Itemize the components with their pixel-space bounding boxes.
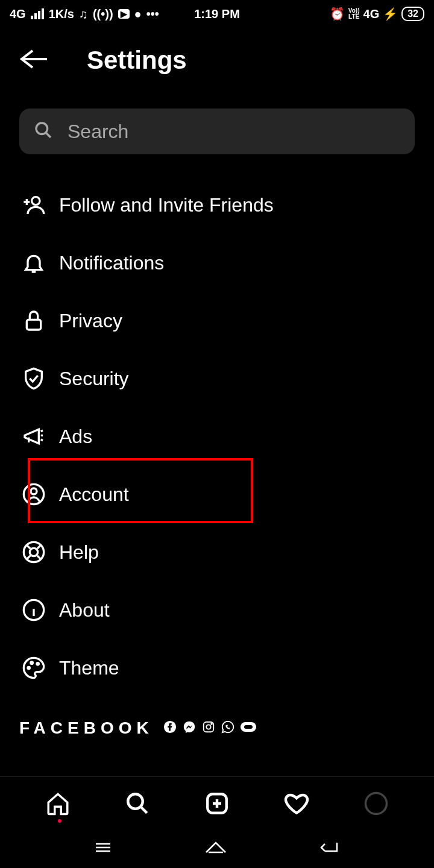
svg-point-6 [30,548,37,556]
palette-icon [19,656,48,680]
menu-label: Privacy [59,310,122,332]
svg-point-1 [32,197,40,205]
menu-item-about[interactable]: About [19,581,415,639]
nav-create[interactable] [203,789,231,818]
menu-label: Notifications [59,252,164,274]
svg-point-5 [24,542,43,562]
menu-item-security[interactable]: Security [19,350,415,407]
status-bar: 4G 1K/s ♫ ((•)) ▶ ● ••• 1:19 PM ⏰ Vo))LT… [0,0,434,28]
sys-home-button[interactable] [204,839,228,858]
shield-icon [19,366,48,391]
nav-search[interactable] [123,789,152,818]
status-time: 1:19 PM [194,7,240,21]
menu-label: Theme [59,657,119,679]
net-4g: 4G [363,7,380,21]
settings-menu: Follow and Invite Friends Notifications … [0,176,434,697]
search-box[interactable] [19,108,415,154]
data-speed: 1K/s [49,7,74,21]
menu-label: About [59,599,110,621]
svg-rect-16 [244,725,253,729]
nav-home[interactable] [43,789,72,818]
menu-label: Help [59,541,99,564]
system-nav [0,829,434,868]
sys-back-button[interactable] [319,839,341,858]
chat-icon: ● [134,7,142,21]
svg-point-17 [128,794,143,809]
svg-rect-2 [27,319,40,330]
battery-indicator: 32 [401,7,424,21]
svg-point-8 [28,667,30,668]
search-icon [34,121,53,142]
menu-item-theme[interactable]: Theme [19,639,415,697]
messenger-icon [183,720,196,736]
search-input[interactable] [68,121,400,143]
volte-indicator: Vo))LTE [348,8,360,20]
music-icon: ♫ [79,7,88,21]
account-icon [19,482,48,506]
notification-dot [58,819,61,823]
brand-icons [163,720,256,736]
menu-label: Account [59,483,129,506]
footer-brand: FACEBOOK [0,697,434,738]
more-icon: ••• [146,7,159,21]
back-button[interactable] [19,48,48,72]
page-header: Settings [0,28,434,87]
svg-point-9 [31,662,33,664]
nav-activity[interactable] [282,789,311,818]
svg-point-13 [206,725,210,729]
signal-icon [31,8,44,19]
status-left: 4G 1K/s ♫ ((•)) ▶ ● ••• [10,7,159,21]
megaphone-icon [19,424,48,448]
svg-point-14 [211,723,212,725]
menu-item-notifications[interactable]: Notifications [19,234,415,292]
svg-point-4 [31,488,37,494]
lock-icon [19,309,48,333]
svg-point-0 [36,123,48,134]
status-right: ⏰ Vo))LTE 4G ⚡ 32 [330,7,424,21]
page-title: Settings [87,46,187,75]
hotspot-icon: ((•)) [93,7,113,21]
menu-item-help[interactable]: Help [19,523,415,581]
menu-item-privacy[interactable]: Privacy [19,292,415,350]
charging-icon: ⚡ [383,7,398,21]
facebook-icon [163,720,177,736]
nav-profile[interactable] [362,789,391,818]
menu-label: Ads [59,426,92,448]
youtube-icon: ▶ [118,9,130,19]
instagram-icon [202,720,215,736]
lifebuoy-icon [19,540,48,564]
network-indicator: 4G [10,7,26,21]
info-icon [19,598,48,622]
bell-icon [19,251,48,275]
alarm-icon: ⏰ [330,7,345,21]
facebook-brand-text: FACEBOOK [19,719,154,738]
svg-point-10 [37,663,39,665]
add-person-icon [19,193,48,217]
svg-point-19 [366,793,387,814]
menu-label: Security [59,368,129,390]
oculus-icon [241,722,256,734]
app-bottom-nav [0,776,434,829]
sys-recent-button[interactable] [93,840,113,857]
menu-item-follow-invite[interactable]: Follow and Invite Friends [19,176,415,234]
menu-item-account[interactable]: Account [19,465,415,523]
whatsapp-icon [221,720,234,736]
menu-label: Follow and Invite Friends [59,194,274,216]
menu-item-ads[interactable]: Ads [19,407,415,465]
